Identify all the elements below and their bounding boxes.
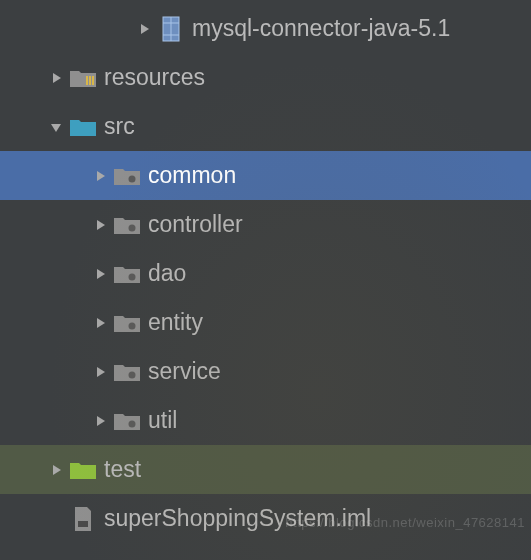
package-icon bbox=[112, 165, 142, 187]
tree-item-service[interactable]: service bbox=[0, 347, 531, 396]
tree-item-label: mysql-connector-java-5.1 bbox=[192, 15, 450, 42]
tree-item-label: common bbox=[148, 162, 236, 189]
tree-item-src[interactable]: src bbox=[0, 102, 531, 151]
chevron-down-icon[interactable] bbox=[44, 120, 68, 134]
chevron-right-icon[interactable] bbox=[88, 169, 112, 183]
package-icon bbox=[112, 312, 142, 334]
package-icon bbox=[112, 263, 142, 285]
tree-item-label: controller bbox=[148, 211, 243, 238]
tree-item-label: service bbox=[148, 358, 221, 385]
tree-item-controller[interactable]: controller bbox=[0, 200, 531, 249]
chevron-right-icon[interactable] bbox=[44, 71, 68, 85]
svg-point-11 bbox=[129, 322, 136, 329]
tree-item-label: util bbox=[148, 407, 177, 434]
chevron-right-icon[interactable] bbox=[44, 463, 68, 477]
chevron-right-icon[interactable] bbox=[88, 267, 112, 281]
tree-item-label: test bbox=[104, 456, 141, 483]
tree-item-test[interactable]: test bbox=[0, 445, 531, 494]
package-icon bbox=[112, 361, 142, 383]
svg-rect-7 bbox=[92, 76, 94, 85]
svg-rect-5 bbox=[86, 76, 88, 85]
svg-rect-6 bbox=[89, 76, 91, 85]
chevron-right-icon[interactable] bbox=[132, 22, 156, 36]
svg-point-8 bbox=[129, 175, 136, 182]
chevron-right-icon[interactable] bbox=[88, 365, 112, 379]
tree-item-label: resources bbox=[104, 64, 205, 91]
chevron-right-icon[interactable] bbox=[88, 316, 112, 330]
jar-icon bbox=[156, 15, 186, 43]
svg-point-9 bbox=[129, 224, 136, 231]
chevron-right-icon[interactable] bbox=[88, 414, 112, 428]
svg-point-10 bbox=[129, 273, 136, 280]
folder-test-icon bbox=[68, 459, 98, 481]
folder-resources-icon bbox=[68, 67, 98, 89]
tree-item-label: entity bbox=[148, 309, 203, 336]
package-icon bbox=[112, 410, 142, 432]
tree-item-dao[interactable]: dao bbox=[0, 249, 531, 298]
tree-item-resources[interactable]: resources bbox=[0, 53, 531, 102]
svg-point-13 bbox=[129, 420, 136, 427]
package-icon bbox=[112, 214, 142, 236]
svg-point-12 bbox=[129, 371, 136, 378]
iml-icon bbox=[68, 505, 98, 533]
project-tree: mysql-connector-java-5.1 resources src c… bbox=[0, 0, 531, 543]
tree-item-common[interactable]: common bbox=[0, 151, 531, 200]
watermark: https://blog.csdn.net/weixin_47628141 bbox=[285, 515, 525, 530]
tree-item-label: dao bbox=[148, 260, 186, 287]
svg-rect-14 bbox=[78, 521, 88, 527]
tree-item-mysql-connector-java-5-1[interactable]: mysql-connector-java-5.1 bbox=[0, 4, 531, 53]
chevron-right-icon[interactable] bbox=[88, 218, 112, 232]
folder-src-icon bbox=[68, 116, 98, 138]
tree-item-label: src bbox=[104, 113, 135, 140]
tree-item-entity[interactable]: entity bbox=[0, 298, 531, 347]
tree-item-util[interactable]: util bbox=[0, 396, 531, 445]
